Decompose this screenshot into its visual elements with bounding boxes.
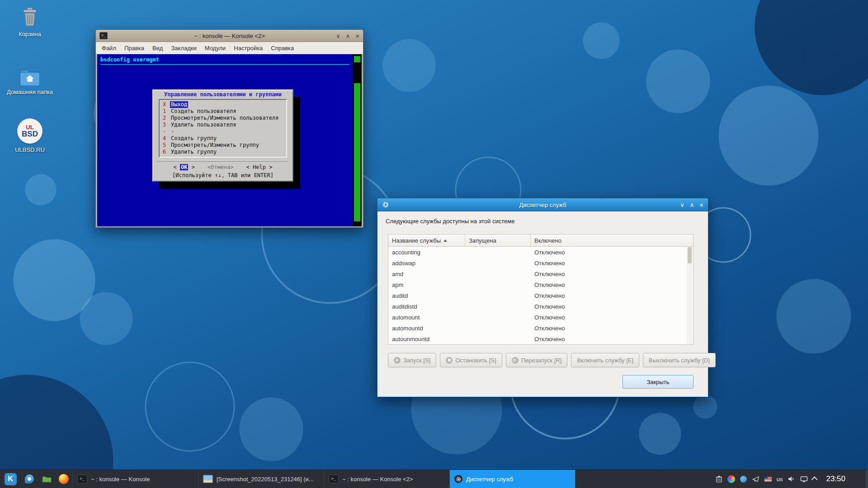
table-row[interactable]: autounmountd Отключено — [388, 333, 693, 344]
menu-item-delete-user[interactable]: 3 Удалить пользователя — [163, 122, 283, 128]
close-button[interactable]: Закрыть — [623, 375, 693, 389]
table-row[interactable]: automount Отключено — [388, 312, 693, 323]
menu-bookmarks[interactable]: Закладки — [167, 45, 200, 52]
green-folder-icon — [42, 475, 52, 483]
close-icon[interactable]: × — [699, 202, 703, 208]
menu-item-tag: 4 — [163, 135, 166, 142]
enable-service-button[interactable]: Включить службу [E] — [571, 353, 639, 367]
service-manager-titlebar[interactable]: Диспетчер служб ∨ ∧ × — [377, 198, 708, 211]
service-name: accounting — [388, 249, 465, 256]
table-row[interactable]: addswap Отключено — [388, 258, 693, 268]
display-icon[interactable] — [800, 476, 808, 483]
menu-item-tag: 5 — [163, 142, 166, 149]
menu-item-separator: - - — [163, 128, 283, 135]
scrollbar-thumb[interactable] — [354, 83, 360, 221]
service-name: automountd — [388, 325, 465, 332]
task-service-manager[interactable]: Диспетчер служб — [449, 470, 575, 488]
menu-item-exit[interactable]: X Выход — [163, 101, 283, 108]
table-row[interactable]: auditd Отключено — [388, 290, 693, 301]
menu-view[interactable]: Вид — [148, 45, 167, 52]
menu-edit[interactable]: Правка — [120, 45, 148, 52]
application-launcher-button[interactable]: K — [0, 470, 21, 488]
task-screenshot-viewer[interactable]: [Screenshot_20220513_231246] (и... — [198, 470, 324, 488]
table-scrollbar[interactable] — [687, 247, 693, 344]
menu-item-edit-group[interactable]: 5 Просмотреть/Изменить группу — [163, 142, 283, 149]
terminal-scrollbar[interactable] — [353, 54, 362, 226]
minimize-icon[interactable]: ∨ — [336, 33, 340, 39]
menu-item-add-user[interactable]: 1 Создать пользователя — [163, 108, 283, 115]
terminal-separator-line — [100, 64, 349, 65]
cancel-button[interactable]: <Отмена> — [208, 164, 234, 170]
taskbar: K >_ ~ : konsole — Konsole [Screenshot_2… — [0, 469, 868, 488]
task-label: ~ : konsole — Konsole — [91, 476, 150, 483]
konsole-titlebar[interactable]: >_ ~ : konsole — Konsole <2> ∨ ∧ × — [96, 30, 363, 42]
desktop-icon-label: ULBSD.RU — [15, 146, 45, 153]
service-enabled: Отключено — [531, 325, 693, 332]
volume-icon[interactable] — [788, 476, 795, 482]
menu-item-tag: 1 — [163, 108, 166, 115]
keyboard-layout-indicator[interactable]: us — [777, 476, 783, 483]
table-row[interactable]: auditdistd Отключено — [388, 301, 693, 312]
screenshot-task-icon — [203, 475, 213, 483]
column-header-enabled[interactable]: Включено — [531, 235, 693, 246]
maximize-icon[interactable]: ∧ — [346, 33, 350, 39]
terminal[interactable]: bsdconfig usermgmt Управление пользовате… — [97, 54, 353, 226]
table-row[interactable]: apm Отключено — [388, 279, 693, 290]
quick-launch-file-manager[interactable] — [38, 470, 55, 488]
color-wheel-icon[interactable] — [727, 475, 735, 483]
column-header-started[interactable]: Запущена — [465, 235, 531, 246]
keyboard-layout-flag-icon[interactable] — [764, 477, 772, 482]
maximize-icon[interactable]: ∧ — [690, 202, 694, 208]
service-manager-window: Диспетчер служб ∨ ∧ × Следующие службы д… — [377, 198, 708, 397]
table-row[interactable]: accounting Отключено — [388, 247, 693, 258]
menu-plugins[interactable]: Модули — [201, 45, 230, 52]
start-button[interactable]: Запуск [S] — [388, 353, 436, 367]
quick-launch-pin[interactable] — [21, 470, 38, 488]
services-table: Название службы Запущена Включено accoun… — [388, 234, 693, 345]
menu-item-delete-group[interactable]: 6 Удалить группу — [163, 149, 283, 155]
terminal-frame: bsdconfig usermgmt Управление пользовате… — [97, 54, 362, 226]
system-tray: us 23:50 — [716, 470, 868, 488]
task-label: [Screenshot_20220513_231246] (и... — [217, 476, 314, 483]
desktop-icon-label: Домашняя папка — [7, 89, 53, 95]
desktop-icon-ulbsd[interactable]: UL BSD ULBSD.RU — [6, 118, 53, 153]
button-label: Включить службу [E] — [577, 357, 633, 364]
sort-ascending-icon — [443, 239, 447, 242]
table-row[interactable]: automountd Отключено — [388, 323, 693, 333]
disable-service-button[interactable]: Выключить службу [D] — [643, 353, 716, 367]
pin-icon — [25, 474, 34, 483]
expand-tray-icon[interactable] — [813, 477, 817, 481]
task-konsole-1[interactable]: >_ ~ : konsole — Konsole — [72, 470, 198, 488]
desktop-icon-trash[interactable]: Корзина — [6, 6, 53, 38]
minimize-icon[interactable]: ∨ — [680, 202, 684, 208]
dialog-title: Управление пользователями и группами — [153, 91, 292, 98]
kde-logo-icon: K — [5, 473, 17, 485]
menu-item-edit-user[interactable]: 2 Просмотреть/Изменить пользователя — [163, 115, 283, 122]
desktop-icon-home[interactable]: Домашняя папка — [6, 67, 53, 95]
tray-trash-icon[interactable] — [716, 475, 722, 483]
restart-button[interactable]: Перезапуск [R] — [506, 353, 568, 367]
menu-file[interactable]: Файл — [98, 45, 120, 52]
show-desktop-button[interactable] — [866, 470, 868, 488]
gear-icon — [382, 201, 389, 208]
close-icon[interactable]: × — [355, 33, 359, 39]
scrollbar-thumb[interactable] — [688, 247, 692, 263]
column-header-name[interactable]: Название службы — [388, 235, 465, 246]
help-button[interactable]: < Help > — [246, 164, 273, 170]
blue-dot-icon[interactable] — [740, 476, 747, 483]
clock[interactable]: 23:50 — [826, 474, 845, 483]
service-name: auditdistd — [388, 303, 465, 310]
stop-button[interactable]: Остановить [S] — [440, 353, 502, 367]
menu-item-add-group[interactable]: 4 Создать группу — [163, 135, 283, 142]
dialog-hint: [Используйте ↑↓, TAB или ENTER] — [153, 172, 292, 178]
menu-settings[interactable]: Настройка — [230, 45, 267, 52]
service-enabled: Отключено — [531, 336, 693, 343]
table-row[interactable]: amd Отключено — [388, 268, 693, 279]
menu-item-label: Выход — [170, 101, 188, 108]
ok-button[interactable]: < OK > — [174, 164, 195, 170]
task-konsole-2[interactable]: >_ ~ : konsole — Konsole <2> — [324, 470, 449, 488]
menu-help[interactable]: Справка — [267, 45, 298, 52]
gear-task-icon — [454, 475, 462, 483]
telegram-icon[interactable] — [752, 476, 760, 483]
quick-launch-firefox[interactable] — [55, 470, 72, 488]
